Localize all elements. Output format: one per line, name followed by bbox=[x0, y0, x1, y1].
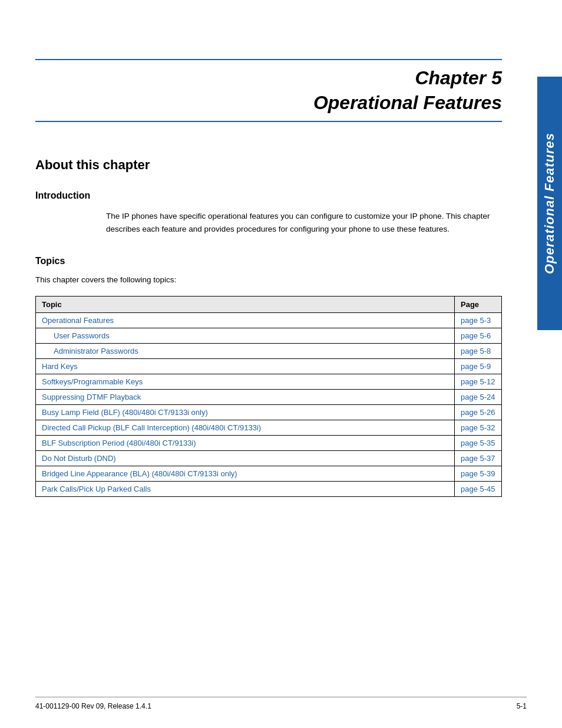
table-cell-page[interactable]: page 5-26 bbox=[455, 405, 502, 420]
table-cell-page[interactable]: page 5-32 bbox=[455, 420, 502, 436]
footer-right-text: 5-1 bbox=[517, 702, 527, 710]
chapter-title-line2: Operational Features bbox=[35, 91, 502, 116]
table-row: Busy Lamp Field (BLF) (480i/480i CT/9133… bbox=[36, 405, 502, 420]
table-cell-topic[interactable]: Do Not Disturb (DND) bbox=[36, 451, 455, 466]
introduction-body: The IP phones have specific operational … bbox=[106, 210, 490, 235]
table-cell-page[interactable]: page 5-8 bbox=[455, 344, 502, 359]
table-cell-page[interactable]: page 5-24 bbox=[455, 390, 502, 405]
page-container: Operational Features Chapter 5 Operation… bbox=[0, 0, 562, 728]
table-cell-topic[interactable]: Suppressing DTMF Playback bbox=[36, 390, 455, 405]
table-row: Bridged Line Appearance (BLA) (480i/480i… bbox=[36, 466, 502, 482]
table-cell-page[interactable]: page 5-37 bbox=[455, 451, 502, 466]
introduction-section: Introduction The IP phones have specific… bbox=[35, 190, 502, 235]
side-tab: Operational Features bbox=[537, 77, 562, 330]
table-cell-page[interactable]: page 5-6 bbox=[455, 328, 502, 344]
table-cell-topic[interactable]: BLF Subscription Period (480i/480i CT/91… bbox=[36, 436, 455, 451]
table-cell-topic[interactable]: Softkeys/Programmable Keys bbox=[36, 374, 455, 390]
table-cell-page[interactable]: page 5-35 bbox=[455, 436, 502, 451]
table-cell-topic[interactable]: User Passwords bbox=[36, 328, 455, 344]
table-cell-topic[interactable]: Directed Call Pickup (BLF Call Intercept… bbox=[36, 420, 455, 436]
footer-left-text: 41-001129-00 Rev 09, Release 1.4.1 bbox=[35, 702, 151, 710]
table-cell-topic[interactable]: Administrator Passwords bbox=[36, 344, 455, 359]
table-cell-page[interactable]: page 5-3 bbox=[455, 313, 502, 328]
table-cell-topic[interactable]: Bridged Line Appearance (BLA) (480i/480i… bbox=[36, 466, 455, 482]
col-header-topic: Topic bbox=[36, 297, 455, 313]
table-row: Directed Call Pickup (BLF Call Intercept… bbox=[36, 420, 502, 436]
table-row: Do Not Disturb (DND)page 5-37 bbox=[36, 451, 502, 466]
table-cell-page[interactable]: page 5-9 bbox=[455, 359, 502, 374]
table-row: User Passwordspage 5-6 bbox=[36, 328, 502, 344]
side-tab-text: Operational Features bbox=[542, 133, 557, 274]
table-cell-topic[interactable]: Hard Keys bbox=[36, 359, 455, 374]
chapter-title-line1: Chapter 5 bbox=[35, 66, 502, 91]
table-row: Park Calls/Pick Up Parked Callspage 5-45 bbox=[36, 482, 502, 497]
top-rule-area: Chapter 5 Operational Features bbox=[35, 0, 502, 122]
topics-table: Topic Page Operational Featurespage 5-3U… bbox=[35, 296, 502, 497]
page-footer: 41-001129-00 Rev 09, Release 1.4.1 5-1 bbox=[35, 697, 527, 710]
table-row: Operational Featurespage 5-3 bbox=[36, 313, 502, 328]
chapter-heading: Chapter 5 Operational Features bbox=[35, 66, 502, 115]
table-cell-page[interactable]: page 5-45 bbox=[455, 482, 502, 497]
col-header-page: Page bbox=[455, 297, 502, 313]
topics-intro-text: This chapter covers the following topics… bbox=[35, 275, 502, 284]
top-divider bbox=[35, 59, 502, 60]
bottom-divider bbox=[35, 121, 502, 122]
topics-section: Topics This chapter covers the following… bbox=[35, 256, 502, 497]
table-cell-page[interactable]: page 5-39 bbox=[455, 466, 502, 482]
table-cell-topic[interactable]: Operational Features bbox=[36, 313, 455, 328]
table-row: Suppressing DTMF Playbackpage 5-24 bbox=[36, 390, 502, 405]
table-cell-page[interactable]: page 5-12 bbox=[455, 374, 502, 390]
about-heading: About this chapter bbox=[35, 157, 502, 173]
topics-heading: Topics bbox=[35, 256, 502, 266]
table-row: BLF Subscription Period (480i/480i CT/91… bbox=[36, 436, 502, 451]
introduction-heading: Introduction bbox=[35, 190, 502, 201]
table-row: Hard Keyspage 5-9 bbox=[36, 359, 502, 374]
table-cell-topic[interactable]: Park Calls/Pick Up Parked Calls bbox=[36, 482, 455, 497]
table-header-row: Topic Page bbox=[36, 297, 502, 313]
table-cell-topic[interactable]: Busy Lamp Field (BLF) (480i/480i CT/9133… bbox=[36, 405, 455, 420]
table-row: Administrator Passwordspage 5-8 bbox=[36, 344, 502, 359]
main-content: Chapter 5 Operational Features About thi… bbox=[0, 0, 537, 497]
table-row: Softkeys/Programmable Keyspage 5-12 bbox=[36, 374, 502, 390]
